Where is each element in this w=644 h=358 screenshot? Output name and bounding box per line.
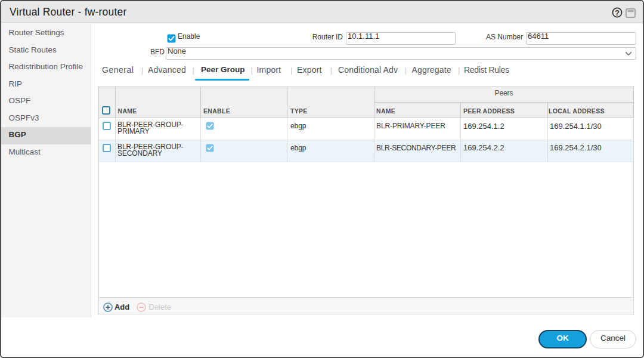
svg-text:?: ? bbox=[615, 8, 620, 17]
